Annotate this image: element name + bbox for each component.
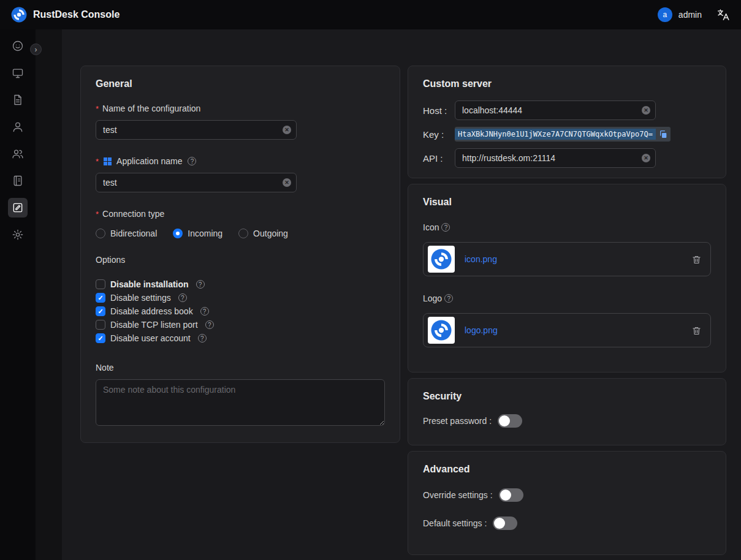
custom-server-title: Custom server bbox=[423, 78, 711, 89]
app-name-field-label: * Application name ? bbox=[96, 154, 385, 168]
sidebar-item-settings[interactable] bbox=[8, 225, 28, 244]
options-label: Options bbox=[96, 253, 385, 267]
advanced-title: Advanced bbox=[423, 464, 711, 475]
api-row: API : ✕ bbox=[423, 148, 711, 168]
connection-type-radios: Bidirectional Incoming Outgoing bbox=[96, 229, 385, 238]
note-label: Note bbox=[96, 361, 385, 374]
preset-password-toggle[interactable] bbox=[498, 414, 522, 428]
sidebar-item-address-books[interactable] bbox=[8, 171, 28, 191]
sidebar bbox=[0, 29, 36, 560]
clear-icon[interactable]: ✕ bbox=[642, 154, 650, 162]
help-icon[interactable]: ? bbox=[178, 293, 187, 302]
help-icon[interactable]: ? bbox=[198, 334, 207, 342]
options-list: Disable installation ? Disable settings … bbox=[96, 278, 385, 345]
name-field-group: * Name of the configuration ✕ bbox=[96, 102, 385, 140]
help-icon[interactable]: ? bbox=[196, 280, 205, 289]
override-settings-row: Override settings : bbox=[423, 488, 711, 502]
application-name-input[interactable] bbox=[96, 173, 297, 192]
preset-password-label: Preset password : bbox=[423, 416, 492, 426]
name-field-label-text: Name of the configuration bbox=[102, 104, 200, 113]
radio-incoming[interactable]: Incoming bbox=[173, 229, 222, 238]
copy-icon[interactable] bbox=[658, 129, 668, 139]
connection-type-label-text: Connection type bbox=[102, 209, 164, 219]
translate-icon[interactable] bbox=[716, 8, 730, 21]
delete-icon[interactable] bbox=[691, 254, 702, 265]
checkbox-disable-tcp-listen-port[interactable]: Disable TCP listen port ? bbox=[96, 318, 385, 331]
checkbox-disable-user-account[interactable]: Disable user account ? bbox=[96, 331, 385, 345]
required-mark: * bbox=[96, 104, 99, 113]
clear-icon[interactable]: ✕ bbox=[283, 178, 291, 187]
radio-outgoing[interactable]: Outgoing bbox=[238, 229, 288, 238]
radio-bidirectional[interactable]: Bidirectional bbox=[96, 229, 157, 238]
rustdesk-logo-icon bbox=[11, 7, 27, 23]
radio-label: Outgoing bbox=[253, 229, 288, 238]
logo-upload-item: logo.png bbox=[423, 313, 711, 347]
user-name[interactable]: admin bbox=[678, 10, 702, 20]
host-row: Host : ✕ bbox=[423, 100, 711, 120]
checkbox-icon[interactable] bbox=[96, 293, 105, 303]
chevron-right-icon: › bbox=[35, 45, 37, 54]
windows-logo-icon bbox=[104, 157, 112, 165]
radio-icon[interactable] bbox=[96, 229, 105, 238]
radio-label: Incoming bbox=[188, 229, 222, 238]
logo-label-text: Logo bbox=[423, 293, 442, 303]
key-value-box: HtaXBkJNHyn0e1U1jWXze7A7CN7QTGWqxkOtpaVp… bbox=[455, 127, 671, 142]
icon-label-text: Icon bbox=[423, 222, 439, 232]
checkbox-label: Disable installation bbox=[110, 279, 189, 289]
icon-thumbnail bbox=[428, 246, 455, 273]
checkbox-icon[interactable] bbox=[96, 306, 105, 316]
visual-card: Visual Icon ? icon.png bbox=[408, 184, 726, 373]
sidebar-item-users[interactable] bbox=[8, 117, 28, 137]
key-row: Key : HtaXBkJNHyn0e1U1jWXze7A7CN7QTGWqxk… bbox=[423, 127, 711, 142]
checkbox-label: Disable address book bbox=[110, 306, 193, 316]
default-settings-row: Default settings : bbox=[423, 516, 711, 530]
help-icon[interactable]: ? bbox=[205, 320, 214, 329]
connection-type-group: * Connection type Bidirectional Incoming… bbox=[96, 207, 385, 238]
default-settings-toggle[interactable] bbox=[493, 516, 517, 530]
key-value[interactable]: HtaXBkJNHyn0e1U1jWXze7A7CN7QTGWqxkOtpaVp… bbox=[455, 129, 656, 140]
clear-icon[interactable]: ✕ bbox=[283, 126, 291, 134]
sidebar-expand-button[interactable]: › bbox=[30, 44, 42, 55]
note-label-text: Note bbox=[96, 363, 114, 373]
checkbox-icon[interactable] bbox=[96, 333, 105, 343]
note-textarea[interactable] bbox=[96, 379, 385, 426]
checkbox-disable-installation[interactable]: Disable installation ? bbox=[96, 278, 385, 291]
app-title: RustDesk Console bbox=[33, 9, 120, 20]
checkbox-icon[interactable] bbox=[96, 279, 105, 289]
sidebar-item-audit[interactable] bbox=[8, 90, 28, 110]
avatar[interactable]: a bbox=[658, 7, 672, 22]
brand: RustDesk Console bbox=[11, 7, 120, 23]
radio-label: Bidirectional bbox=[110, 229, 157, 238]
sidebar-item-devices[interactable] bbox=[8, 63, 28, 83]
icon-upload-item: icon.png bbox=[423, 242, 711, 276]
checkbox-label: Disable settings bbox=[110, 293, 171, 303]
host-input[interactable] bbox=[455, 100, 656, 120]
connection-type-label: * Connection type bbox=[96, 207, 385, 221]
help-icon[interactable]: ? bbox=[444, 294, 453, 303]
logo-upload-label: Logo ? bbox=[423, 292, 711, 305]
delete-icon[interactable] bbox=[691, 325, 702, 336]
required-mark: * bbox=[96, 157, 99, 166]
radio-icon[interactable] bbox=[238, 229, 248, 238]
config-name-input[interactable] bbox=[96, 120, 297, 140]
checkbox-disable-address-book[interactable]: Disable address book ? bbox=[96, 305, 385, 318]
radio-icon[interactable] bbox=[173, 229, 183, 238]
help-icon[interactable]: ? bbox=[188, 157, 196, 165]
key-label: Key : bbox=[423, 129, 455, 140]
sidebar-item-custom-clients[interactable] bbox=[8, 198, 28, 218]
checkbox-icon[interactable] bbox=[96, 320, 105, 330]
sidebar-item-status[interactable] bbox=[8, 36, 28, 56]
clear-icon[interactable]: ✕ bbox=[642, 106, 650, 115]
security-title: Security bbox=[423, 391, 711, 402]
sidebar-item-groups[interactable] bbox=[8, 144, 28, 164]
help-icon[interactable]: ? bbox=[441, 223, 450, 232]
content-area: General * Name of the configuration ✕ * … bbox=[62, 29, 741, 560]
logo-file-link[interactable]: logo.png bbox=[465, 325, 682, 335]
advanced-card: Advanced Override settings : Default set… bbox=[408, 451, 726, 555]
checkbox-disable-settings[interactable]: Disable settings ? bbox=[96, 291, 385, 305]
override-settings-toggle[interactable] bbox=[499, 488, 523, 502]
api-input[interactable] bbox=[455, 148, 656, 168]
host-label: Host : bbox=[423, 105, 455, 116]
icon-file-link[interactable]: icon.png bbox=[465, 254, 682, 264]
help-icon[interactable]: ? bbox=[200, 307, 209, 316]
